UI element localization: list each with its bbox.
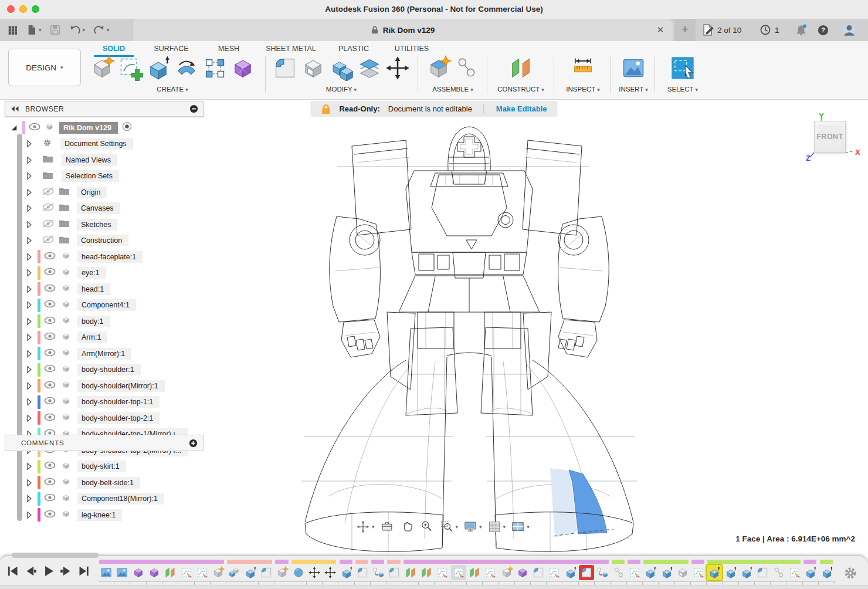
visibility-eye-icon[interactable]: [44, 300, 56, 310]
timeline-feature-plane[interactable]: [403, 565, 418, 580]
timeline-feature-canvas[interactable]: [99, 565, 114, 580]
visibility-eye-icon[interactable]: [44, 284, 56, 294]
component-label[interactable]: Component4:1: [77, 299, 136, 311]
timeline-feature-move[interactable]: [307, 565, 322, 580]
visibility-eye-icon[interactable]: [44, 252, 56, 262]
grid-settings-icon[interactable]: ▾: [487, 519, 506, 534]
new-component-icon[interactable]: [89, 55, 115, 83]
minimize-window-button[interactable]: [19, 5, 27, 13]
caret-icon[interactable]: ▾: [372, 524, 375, 530]
browser-item-origin[interactable]: Origin: [26, 184, 202, 201]
browser-item-body-shoulder-top-2-1[interactable]: body-shoulder-top-2:1: [26, 410, 202, 426]
tab-solid[interactable]: SOLID: [86, 42, 142, 55]
timeline-feature-plane[interactable]: [467, 565, 482, 580]
timeline-feature-joint[interactable]: [371, 565, 386, 580]
app-grid-icon[interactable]: [7, 25, 18, 36]
folder-label[interactable]: Document Settings: [60, 138, 133, 150]
component-label[interactable]: body:1: [77, 316, 110, 327]
skip-to-start-button[interactable]: [6, 564, 21, 581]
timeline-feature-form[interactable]: [147, 565, 162, 580]
create-sketch-icon[interactable]: [117, 55, 143, 83]
visibility-eye-icon[interactable]: [44, 381, 56, 391]
expander-icon[interactable]: [26, 462, 38, 470]
expander-icon[interactable]: [26, 398, 38, 406]
browser-item-component18-mirror-1[interactable]: Component18(Mirror):1: [26, 491, 202, 507]
caret-icon[interactable]: ▾: [456, 524, 459, 530]
job-status-indicator[interactable]: 2 of 10: [701, 19, 741, 41]
component-label[interactable]: body-skirt:1: [77, 461, 126, 472]
component-label[interactable]: head:1: [77, 283, 110, 295]
tab-plastic[interactable]: PLASTIC: [325, 42, 382, 55]
browser-scrollbar[interactable]: [17, 134, 22, 521]
visibility-eye-icon[interactable]: [44, 510, 56, 520]
document-tab[interactable]: Rik Dom v129 ✕: [132, 19, 673, 41]
timeline-feature-fillet[interactable]: [386, 565, 402, 580]
expander-icon[interactable]: [26, 221, 38, 229]
expander-icon[interactable]: [26, 511, 38, 519]
view-cube[interactable]: FRONT Y X Z: [806, 111, 862, 168]
redo-icon[interactable]: ▾: [93, 23, 110, 36]
browser-item-leg-knee-1[interactable]: leg-knee:1: [26, 507, 202, 523]
timeline-feature-sketch[interactable]: [691, 565, 706, 580]
timeline-feature-fillet[interactable]: [355, 565, 370, 580]
browser-item-root[interactable]: Rik Dom v129: [26, 120, 202, 136]
folder-label[interactable]: Selection Sets: [62, 170, 119, 182]
timeline-feature-sketch[interactable]: [451, 565, 466, 580]
timeline-feature-sketch[interactable]: [179, 565, 194, 580]
group-label-insert[interactable]: INSERT▾: [615, 86, 652, 93]
browser-item-component4-1[interactable]: Component4:1: [26, 297, 202, 314]
component-label[interactable]: eye:1: [77, 267, 106, 279]
root-component-label[interactable]: Rik Dom v129: [59, 122, 118, 134]
visibility-off-icon[interactable]: [42, 187, 54, 198]
browser-item-head-1[interactable]: head:1: [26, 281, 202, 297]
timeline-feature-sketch[interactable]: [787, 565, 802, 580]
panel-options-icon[interactable]: [189, 104, 198, 113]
browser-item-named-views[interactable]: Named Views: [26, 152, 202, 168]
timeline-feature-extrude[interactable]: [707, 565, 722, 580]
visibility-eye-icon[interactable]: [44, 348, 56, 359]
expander-icon[interactable]: [26, 479, 38, 487]
undo-icon[interactable]: ▾: [69, 23, 86, 36]
visibility-eye-icon[interactable]: [44, 268, 56, 278]
expander-icon[interactable]: [26, 317, 38, 326]
select-icon[interactable]: [670, 55, 696, 83]
expander-icon[interactable]: [26, 253, 38, 261]
folder-label[interactable]: Construction: [77, 235, 128, 246]
visibility-eye-icon[interactable]: [44, 397, 56, 407]
timeline-feature-sketch[interactable]: [195, 565, 210, 580]
component-label[interactable]: body-belt-side:1: [77, 477, 140, 489]
browser-item-arm-1[interactable]: Arm:1: [26, 330, 202, 346]
timeline-feature-sketch[interactable]: [627, 565, 642, 580]
visibility-eye-icon[interactable]: [44, 493, 56, 504]
caret-icon[interactable]: ▾: [527, 524, 530, 530]
timeline-feature-extrude[interactable]: [243, 565, 258, 580]
group-label-assemble[interactable]: ASSEMBLE▾: [423, 86, 482, 93]
timeline-feature-form[interactable]: [515, 565, 530, 580]
pan-icon[interactable]: [399, 519, 415, 534]
timeline-feature-extrude[interactable]: [739, 565, 754, 580]
revolve-icon[interactable]: [174, 55, 199, 83]
skip-to-end-button[interactable]: [76, 564, 91, 581]
component-label[interactable]: body-shoulder-top-2:1: [77, 412, 160, 424]
press-pull-icon[interactable]: [272, 55, 298, 83]
offset-plane-icon[interactable]: [357, 55, 382, 83]
timeline-feature-form[interactable]: [131, 565, 146, 580]
save-icon[interactable]: [49, 24, 61, 36]
visibility-eye-icon[interactable]: [44, 478, 56, 488]
timeline-feature-extrude[interactable]: [339, 565, 354, 580]
component-label[interactable]: leg-knee:1: [77, 509, 122, 521]
close-window-button[interactable]: [7, 5, 15, 13]
browser-item-construction[interactable]: Construction: [26, 233, 202, 249]
expander-icon[interactable]: [26, 188, 38, 197]
timeline-feature-plane[interactable]: [162, 565, 178, 580]
timeline-feature-extrude[interactable]: [803, 565, 818, 580]
component-label[interactable]: Arm:1: [77, 331, 107, 343]
browser-item-body-shoulder-1[interactable]: body-shoulder:1: [26, 362, 202, 378]
timeline-feature-plane[interactable]: [419, 565, 434, 580]
timeline-feature-sketch[interactable]: [547, 565, 562, 580]
browser-item-document-settings[interactable]: Document Settings: [26, 136, 202, 153]
file-menu-icon[interactable]: ▾: [26, 23, 42, 36]
move-icon[interactable]: [385, 55, 411, 83]
timeline-feature-fillet[interactable]: [259, 565, 274, 580]
expander-icon[interactable]: [26, 204, 38, 212]
